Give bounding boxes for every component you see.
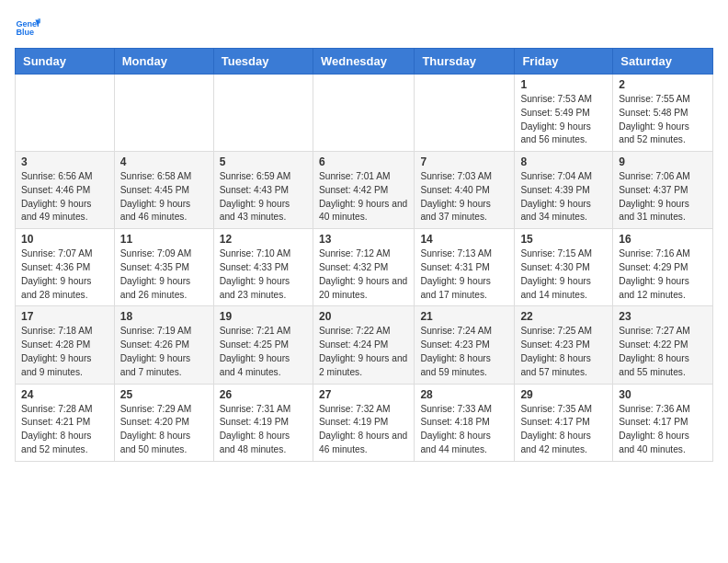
day-info: Sunrise: 7:27 AM Sunset: 4:22 PM Dayligh… — [619, 325, 707, 379]
day-number: 4 — [120, 155, 208, 168]
calendar-cell — [313, 75, 414, 152]
day-info: Sunrise: 6:59 AM Sunset: 4:43 PM Dayligh… — [220, 170, 307, 224]
day-info: Sunrise: 7:03 AM Sunset: 4:40 PM Dayligh… — [420, 170, 508, 224]
weekday-header: Sunday — [16, 49, 115, 75]
calendar-cell: 16Sunrise: 7:16 AM Sunset: 4:29 PM Dayli… — [613, 229, 713, 306]
weekday-header: Friday — [515, 49, 613, 75]
calendar-cell: 2Sunrise: 7:55 AM Sunset: 5:48 PM Daylig… — [613, 75, 713, 152]
day-number: 27 — [319, 388, 408, 401]
calendar: SundayMondayTuesdayWednesdayThursdayFrid… — [15, 48, 713, 462]
calendar-cell: 15Sunrise: 7:15 AM Sunset: 4:30 PM Dayli… — [515, 229, 613, 306]
calendar-cell: 26Sunrise: 7:31 AM Sunset: 4:19 PM Dayli… — [213, 384, 313, 461]
logo-icon: General Blue — [15, 15, 40, 40]
calendar-cell: 29Sunrise: 7:35 AM Sunset: 4:17 PM Dayli… — [515, 384, 613, 461]
day-info: Sunrise: 7:04 AM Sunset: 4:39 PM Dayligh… — [520, 170, 607, 224]
calendar-week-row: 17Sunrise: 7:18 AM Sunset: 4:28 PM Dayli… — [16, 306, 713, 384]
day-info: Sunrise: 6:56 AM Sunset: 4:46 PM Dayligh… — [21, 170, 108, 224]
calendar-cell: 8Sunrise: 7:04 AM Sunset: 4:39 PM Daylig… — [515, 152, 613, 229]
calendar-cell: 10Sunrise: 7:07 AM Sunset: 4:36 PM Dayli… — [16, 229, 115, 306]
calendar-cell: 21Sunrise: 7:24 AM Sunset: 4:23 PM Dayli… — [415, 306, 515, 384]
calendar-cell: 7Sunrise: 7:03 AM Sunset: 4:40 PM Daylig… — [415, 152, 515, 229]
day-info: Sunrise: 7:35 AM Sunset: 4:17 PM Dayligh… — [520, 403, 607, 457]
day-info: Sunrise: 7:29 AM Sunset: 4:20 PM Dayligh… — [120, 403, 208, 457]
day-number: 7 — [420, 155, 508, 168]
calendar-cell — [16, 75, 115, 152]
calendar-cell: 6Sunrise: 7:01 AM Sunset: 4:42 PM Daylig… — [313, 152, 414, 229]
day-number: 2 — [619, 78, 707, 91]
calendar-cell: 20Sunrise: 7:22 AM Sunset: 4:24 PM Dayli… — [313, 306, 414, 384]
weekday-header: Monday — [114, 49, 213, 75]
day-info: Sunrise: 7:06 AM Sunset: 4:37 PM Dayligh… — [619, 170, 707, 224]
calendar-cell: 5Sunrise: 6:59 AM Sunset: 4:43 PM Daylig… — [213, 152, 313, 229]
day-info: Sunrise: 7:25 AM Sunset: 4:23 PM Dayligh… — [520, 325, 607, 379]
day-number: 30 — [619, 388, 707, 401]
calendar-cell: 27Sunrise: 7:32 AM Sunset: 4:19 PM Dayli… — [313, 384, 414, 461]
day-info: Sunrise: 7:32 AM Sunset: 4:19 PM Dayligh… — [319, 403, 408, 457]
day-info: Sunrise: 7:22 AM Sunset: 4:24 PM Dayligh… — [319, 325, 408, 379]
calendar-cell: 24Sunrise: 7:28 AM Sunset: 4:21 PM Dayli… — [16, 384, 115, 461]
day-info: Sunrise: 7:09 AM Sunset: 4:35 PM Dayligh… — [120, 247, 208, 302]
day-number: 25 — [120, 388, 208, 401]
day-info: Sunrise: 7:21 AM Sunset: 4:25 PM Dayligh… — [220, 325, 307, 379]
calendar-week-row: 24Sunrise: 7:28 AM Sunset: 4:21 PM Dayli… — [16, 384, 713, 461]
calendar-cell: 19Sunrise: 7:21 AM Sunset: 4:25 PM Dayli… — [213, 306, 313, 384]
day-info: Sunrise: 7:33 AM Sunset: 4:18 PM Dayligh… — [420, 403, 508, 457]
day-number: 1 — [520, 78, 607, 91]
weekday-header: Wednesday — [313, 49, 414, 75]
calendar-cell: 14Sunrise: 7:13 AM Sunset: 4:31 PM Dayli… — [415, 229, 515, 306]
day-info: Sunrise: 7:36 AM Sunset: 4:17 PM Dayligh… — [619, 403, 707, 457]
calendar-cell: 13Sunrise: 7:12 AM Sunset: 4:32 PM Dayli… — [313, 229, 414, 306]
day-number: 14 — [420, 233, 508, 246]
day-info: Sunrise: 7:55 AM Sunset: 5:48 PM Dayligh… — [619, 93, 707, 147]
calendar-cell: 28Sunrise: 7:33 AM Sunset: 4:18 PM Dayli… — [415, 384, 515, 461]
calendar-cell: 1Sunrise: 7:53 AM Sunset: 5:49 PM Daylig… — [515, 75, 613, 152]
calendar-cell: 3Sunrise: 6:56 AM Sunset: 4:46 PM Daylig… — [16, 152, 115, 229]
weekday-header: Saturday — [613, 49, 713, 75]
day-number: 8 — [520, 155, 607, 168]
calendar-cell: 22Sunrise: 7:25 AM Sunset: 4:23 PM Dayli… — [515, 306, 613, 384]
day-number: 6 — [319, 155, 408, 168]
day-number: 12 — [220, 233, 307, 246]
day-info: Sunrise: 7:24 AM Sunset: 4:23 PM Dayligh… — [420, 325, 508, 379]
day-info: Sunrise: 7:15 AM Sunset: 4:30 PM Dayligh… — [520, 247, 607, 302]
day-number: 11 — [120, 233, 208, 246]
day-number: 3 — [21, 155, 108, 168]
calendar-cell: 25Sunrise: 7:29 AM Sunset: 4:20 PM Dayli… — [114, 384, 213, 461]
day-info: Sunrise: 7:28 AM Sunset: 4:21 PM Dayligh… — [21, 403, 108, 457]
calendar-week-row: 1Sunrise: 7:53 AM Sunset: 5:49 PM Daylig… — [16, 75, 713, 152]
day-number: 5 — [220, 155, 307, 168]
day-number: 16 — [619, 233, 707, 246]
day-number: 26 — [220, 388, 307, 401]
day-number: 29 — [520, 388, 607, 401]
day-info: Sunrise: 7:18 AM Sunset: 4:28 PM Dayligh… — [21, 325, 108, 379]
day-number: 21 — [420, 310, 508, 323]
day-number: 15 — [520, 233, 607, 246]
calendar-cell: 9Sunrise: 7:06 AM Sunset: 4:37 PM Daylig… — [613, 152, 713, 229]
day-number: 9 — [619, 155, 707, 168]
calendar-header-row: SundayMondayTuesdayWednesdayThursdayFrid… — [16, 49, 713, 75]
day-number: 10 — [21, 233, 108, 246]
logo: General Blue — [15, 15, 44, 40]
day-info: Sunrise: 7:19 AM Sunset: 4:26 PM Dayligh… — [120, 325, 208, 379]
calendar-week-row: 10Sunrise: 7:07 AM Sunset: 4:36 PM Dayli… — [16, 229, 713, 306]
day-number: 22 — [520, 310, 607, 323]
calendar-cell: 12Sunrise: 7:10 AM Sunset: 4:33 PM Dayli… — [213, 229, 313, 306]
day-info: Sunrise: 7:13 AM Sunset: 4:31 PM Dayligh… — [420, 247, 508, 302]
day-info: Sunrise: 6:58 AM Sunset: 4:45 PM Dayligh… — [120, 170, 208, 224]
calendar-week-row: 3Sunrise: 6:56 AM Sunset: 4:46 PM Daylig… — [16, 152, 713, 229]
day-info: Sunrise: 7:53 AM Sunset: 5:49 PM Dayligh… — [520, 93, 607, 147]
calendar-cell — [415, 75, 515, 152]
calendar-cell: 30Sunrise: 7:36 AM Sunset: 4:17 PM Dayli… — [613, 384, 713, 461]
day-number: 19 — [220, 310, 307, 323]
day-number: 20 — [319, 310, 408, 323]
calendar-cell: 4Sunrise: 6:58 AM Sunset: 4:45 PM Daylig… — [114, 152, 213, 229]
calendar-cell: 23Sunrise: 7:27 AM Sunset: 4:22 PM Dayli… — [613, 306, 713, 384]
calendar-cell: 18Sunrise: 7:19 AM Sunset: 4:26 PM Dayli… — [114, 306, 213, 384]
svg-text:Blue: Blue — [16, 28, 34, 37]
day-info: Sunrise: 7:10 AM Sunset: 4:33 PM Dayligh… — [220, 247, 307, 302]
day-info: Sunrise: 7:31 AM Sunset: 4:19 PM Dayligh… — [220, 403, 307, 457]
weekday-header: Thursday — [415, 49, 515, 75]
page-header: General Blue — [15, 15, 713, 40]
calendar-cell — [213, 75, 313, 152]
calendar-cell — [114, 75, 213, 152]
